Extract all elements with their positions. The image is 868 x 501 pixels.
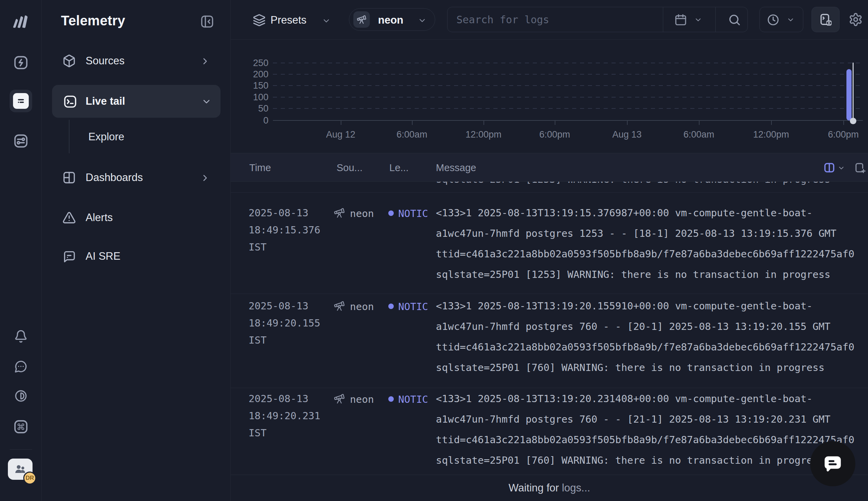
live-cursor-line	[853, 63, 854, 121]
log-level: NOTIC	[398, 301, 428, 312]
theme-toggle-button[interactable]	[14, 389, 28, 403]
row-divider	[231, 294, 868, 294]
sliders-icon	[13, 133, 29, 149]
page-title: Telemetry	[61, 13, 125, 29]
x-tick-mark	[484, 121, 484, 125]
log-tz: IST	[248, 427, 266, 439]
source-picker-value: neon	[378, 14, 403, 26]
add-column-button[interactable]	[854, 161, 866, 174]
alert-triangle-icon	[62, 211, 76, 224]
presets-label: Presets	[271, 14, 306, 26]
add-column-icon	[854, 161, 866, 174]
y-tick: 250	[244, 58, 268, 68]
gridline	[273, 108, 863, 109]
quick-actions-rail-button[interactable]	[13, 55, 29, 71]
bell-icon	[14, 330, 28, 343]
y-tick: 50	[244, 103, 268, 114]
feedback-button[interactable]	[14, 360, 28, 373]
topbar: Presets neon	[231, 0, 868, 40]
log-tz: IST	[248, 241, 266, 253]
screen-code-icon	[819, 13, 833, 27]
x-tick-label: 6:00pm	[539, 129, 570, 140]
telescope-icon	[334, 300, 345, 312]
log-source: neon	[350, 394, 374, 405]
source-picker-dropdown[interactable]: neon	[349, 8, 435, 31]
package-icon	[62, 54, 76, 68]
log-level: NOTIC	[398, 208, 428, 219]
settings-rail-button[interactable]	[13, 133, 29, 149]
columns-icon	[823, 161, 835, 174]
gridline	[273, 74, 863, 75]
terminal-icon	[63, 94, 77, 109]
search-submit-button[interactable]	[728, 13, 741, 27]
mountain-logo-icon[interactable]	[10, 12, 32, 31]
sidebar-item-dashboards[interactable]: Dashboards	[42, 168, 231, 188]
row-divider	[231, 192, 868, 193]
log-level: NOTIC	[398, 394, 428, 405]
log-source: neon	[350, 301, 374, 312]
column-layout-button[interactable]	[823, 161, 835, 174]
settings-button[interactable]	[848, 12, 863, 27]
command-palette-button[interactable]	[13, 419, 29, 435]
histogram-bar[interactable]	[846, 69, 851, 120]
calendar-chevron[interactable]	[694, 16, 702, 24]
gridline	[273, 97, 863, 97]
x-tick-label: Aug 12	[326, 129, 356, 140]
avatar[interactable]: DR	[23, 471, 36, 484]
telescope-icon	[334, 207, 345, 219]
gridline	[273, 85, 863, 86]
level-dot	[388, 211, 394, 216]
date-range-button[interactable]	[674, 13, 687, 26]
sidebar-item-alerts[interactable]: Alerts	[42, 208, 231, 228]
column-layout-chevron[interactable]	[837, 164, 845, 172]
x-tick-mark	[627, 121, 628, 125]
x-axis	[273, 120, 863, 121]
column-header-time[interactable]: Time	[249, 162, 271, 173]
logs-rail-button[interactable]	[13, 93, 29, 109]
message-square-icon	[62, 249, 76, 263]
live-screen-button[interactable]	[812, 7, 839, 32]
command-icon	[13, 419, 29, 435]
gear-icon	[848, 12, 863, 27]
notifications-button[interactable]	[14, 330, 28, 343]
sidebar-item-sources[interactable]: Sources	[42, 51, 231, 71]
column-header-message[interactable]: Message	[436, 162, 476, 173]
level-dot	[388, 303, 394, 309]
presets-dropdown[interactable]: Presets	[251, 8, 337, 31]
x-tick-mark	[771, 121, 772, 125]
chevron-right-icon	[200, 56, 210, 66]
logs-icon	[16, 96, 26, 106]
clipped-log-line[interactable]: sqlstate=25P01 [1253] WARNING: there is …	[436, 182, 830, 188]
chevron-right-icon	[200, 173, 210, 183]
clock-icon	[767, 13, 780, 26]
tree-line	[69, 120, 70, 153]
collapse-sidebar-button[interactable]	[200, 14, 214, 29]
gridline	[273, 63, 863, 63]
chevron-down-icon	[322, 17, 331, 25]
x-tick-label: 12:00pm	[465, 129, 501, 140]
sidebar-item-ai-sre[interactable]: AI SRE	[42, 247, 231, 267]
log-source: neon	[350, 208, 374, 219]
y-tick: 100	[244, 92, 268, 103]
sidebar-item-explore[interactable]: Explore	[80, 127, 223, 147]
search-input[interactable]	[456, 7, 655, 32]
sidebar-item-live-tail[interactable]: Live tail	[52, 85, 221, 118]
log-tz: IST	[248, 334, 266, 346]
level-dot	[388, 396, 394, 402]
x-tick-mark	[843, 121, 844, 125]
layers-icon	[253, 14, 266, 27]
time-range-button[interactable]	[760, 7, 803, 32]
x-tick-label: Aug 13	[612, 129, 642, 140]
x-tick-mark	[412, 121, 413, 125]
collapse-panel-icon	[200, 14, 214, 29]
live-cursor-dot[interactable]	[850, 118, 856, 124]
chevron-down-icon	[418, 16, 427, 25]
column-header-source[interactable]: Sou...	[337, 162, 363, 173]
chevron-down-icon	[786, 16, 795, 24]
chat-widget-button[interactable]	[810, 441, 855, 486]
column-header-level[interactable]: Le...	[389, 162, 409, 173]
log-rows: sqlstate=25P01 [1253] WARNING: there is …	[231, 182, 868, 475]
zap-icon	[13, 55, 29, 71]
log-message: <133>1 2025-08-13T13:19:15.376987+00:00 …	[436, 203, 854, 285]
divider	[663, 7, 663, 32]
